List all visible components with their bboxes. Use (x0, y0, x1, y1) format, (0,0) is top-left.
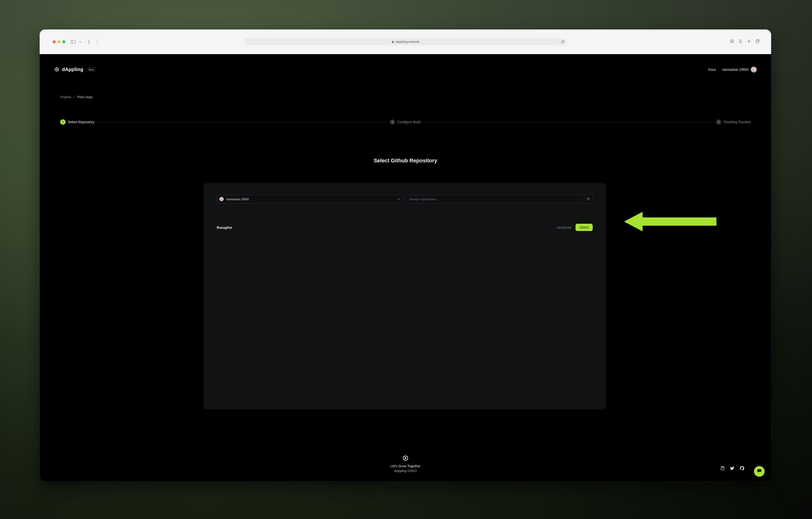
lock-icon (392, 40, 394, 43)
sidebar-toggle-icon[interactable] (70, 40, 76, 44)
share-icon[interactable] (738, 39, 743, 44)
step-connector (424, 122, 713, 122)
github-icon[interactable] (740, 466, 744, 471)
repo-panel: namaskar-1f650 (204, 183, 606, 409)
step-connector (97, 122, 387, 122)
step-label: Configure Build (398, 120, 421, 124)
breadcrumb: Projects / Plant dApp (60, 95, 93, 99)
forward-icon[interactable] (95, 40, 99, 44)
beta-badge: Beta (87, 67, 96, 72)
toolbar-left (70, 40, 99, 44)
tab-overview-icon[interactable] (755, 39, 759, 44)
step-label: Select Repository (68, 120, 94, 124)
docs-icon[interactable] (720, 466, 725, 471)
footer-logo-icon (402, 455, 409, 462)
step-number: 1 (60, 119, 65, 125)
window-traffic-lights (53, 40, 65, 43)
browser-titlebar: dappling.network (40, 29, 772, 54)
search-button[interactable] (584, 195, 593, 204)
footer: Let's Grow Together dAppling ©2023 (40, 408, 772, 481)
step-configure-build[interactable]: 2 Configure Build (390, 119, 421, 125)
window-close-button[interactable] (53, 40, 56, 43)
user-menu[interactable]: namaskar-1f650 (722, 67, 757, 72)
breadcrumb-separator: / (74, 95, 75, 99)
ui-chevron-down-icon[interactable] (79, 40, 82, 44)
section-title: Select Github Repository (40, 157, 772, 164)
reload-icon[interactable] (561, 40, 564, 43)
address-url: dappling.network (396, 40, 419, 43)
brand[interactable]: dAppling Beta (54, 67, 96, 72)
repo-search (406, 195, 593, 204)
annotation-arrow-icon (619, 209, 722, 234)
downloads-icon[interactable] (730, 39, 734, 44)
app-surface: dAppling Beta Docs namaskar-1f650 Projec… (40, 54, 772, 481)
chevron-down-icon (397, 197, 401, 201)
step-finishing-touches[interactable]: 3 Finishing Touches (716, 119, 751, 125)
nav-docs-link[interactable]: Docs (708, 68, 716, 71)
appbar: dAppling Beta Docs namaskar-1f650 (40, 54, 772, 85)
step-select-repository[interactable]: 1 Select Repository (60, 119, 94, 125)
repo-language: JavaScript (557, 226, 571, 229)
twitter-icon[interactable] (730, 466, 734, 471)
breadcrumb-current: Plant dApp (77, 95, 93, 99)
window-zoom-button[interactable] (62, 40, 65, 43)
chat-icon (757, 468, 762, 474)
brand-logo-icon (54, 67, 59, 72)
browser-window: dappling.network (40, 29, 772, 481)
repo-row: thoughts JavaScript Select (217, 224, 593, 231)
new-tab-icon[interactable] (747, 39, 751, 44)
svg-marker-5 (624, 212, 717, 232)
footer-copyright: dAppling ©2023 (394, 469, 417, 472)
search-icon (587, 197, 590, 201)
search-input[interactable] (406, 195, 584, 204)
brand-name: dAppling (62, 67, 83, 72)
footer-tagline: Let's Grow Together (390, 464, 420, 468)
support-chat-button[interactable] (754, 466, 764, 477)
back-icon[interactable] (87, 40, 91, 44)
window-minimize-button[interactable] (58, 40, 60, 43)
svg-rect-0 (71, 40, 75, 43)
toolbar-right (730, 39, 759, 44)
user-name: namaskar-1f650 (722, 67, 748, 71)
step-label: Finishing Touches (724, 120, 751, 124)
step-number: 2 (390, 119, 395, 125)
step-number: 3 (716, 119, 721, 125)
svg-point-4 (587, 197, 589, 200)
org-avatar-icon (219, 197, 224, 201)
address-bar[interactable]: dappling.network (244, 38, 566, 45)
svg-rect-3 (756, 40, 758, 43)
select-repo-button[interactable]: Select (576, 224, 593, 231)
breadcrumb-root[interactable]: Projects (60, 95, 71, 99)
footer-social (720, 466, 744, 471)
org-name: namaskar-1f650 (226, 197, 249, 201)
avatar (751, 67, 757, 72)
repo-name[interactable]: thoughts (217, 225, 232, 230)
stepper: 1 Select Repository 2 Configure Build 3 … (60, 119, 751, 125)
org-select[interactable]: namaskar-1f650 (217, 195, 403, 204)
